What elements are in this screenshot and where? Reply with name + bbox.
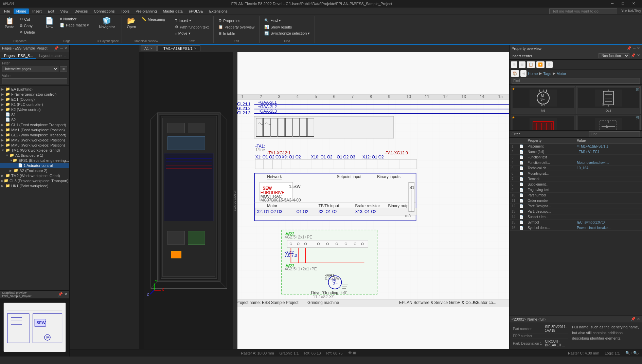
tree-item[interactable]: ▶📁F (Emergency-stop control) [0, 92, 69, 97]
path-function-button[interactable]: ⚙Path function text [173, 24, 211, 30]
drawing-tab-a1[interactable]: A1 ✕ [141, 45, 157, 51]
property-row[interactable]: 12 📄 Part: Designa... [510, 204, 642, 209]
view-icons[interactable]: 👁 ⊞ [348, 351, 356, 355]
properties-button[interactable]: ⚙Properties [216, 18, 256, 23]
menu-masterdata[interactable]: Master data [160, 8, 185, 14]
navigator-3d-button[interactable]: 🧊 Navigator [97, 16, 117, 30]
view-grid-button[interactable]: ⊞ [511, 61, 517, 68]
cut-button[interactable]: ✂Cut [18, 16, 37, 22]
tree-item[interactable]: ▶📁A2 (Enclosure 2) [0, 168, 69, 173]
maximize-button[interactable]: □ [618, 1, 628, 6]
drawing-canvas[interactable]: Insert center [139, 52, 509, 349]
property-filter-input[interactable] [589, 131, 640, 137]
menu-home[interactable]: Home [14, 8, 29, 14]
nav-back-button[interactable]: 🏠 [511, 70, 519, 77]
find-button[interactable]: 🔍Find ▾ [262, 18, 312, 23]
value-input[interactable] [2, 78, 67, 84]
property-row[interactable]: 15 📄 Symbol IEC_symbol1:97;0 [510, 220, 642, 225]
tab-layout[interactable]: Layout space ... [37, 53, 69, 59]
non-function-select[interactable]: Non-function- [599, 53, 629, 58]
open-button[interactable]: 📂 Open [125, 16, 138, 30]
show-results-button[interactable]: 📊Show results [262, 24, 312, 30]
new-page-button[interactable]: 📄 New [43, 16, 56, 30]
graphical-preview-canvas[interactable]: SEW M [0, 298, 69, 357]
bottom-pin[interactable]: 📌 [631, 317, 636, 321]
insert-item-m6[interactable]: ★ M 3~ 1A M6 [511, 86, 575, 114]
menu-epulse[interactable]: ePULSE [186, 8, 206, 14]
gp-pin[interactable]: 📌 [58, 292, 63, 296]
nav-motor-label[interactable]: Motor [557, 72, 566, 76]
minimize-button[interactable]: ─ [607, 1, 618, 6]
prop-close[interactable]: ✕ [637, 46, 640, 51]
bottom-close[interactable]: ✕ [637, 317, 640, 321]
tree-item[interactable]: ▶📁MM1 (Feed workpiece: Position) [0, 127, 69, 132]
menu-insert[interactable]: Insert [30, 8, 44, 14]
pages-panel-close[interactable]: ✕ [64, 46, 67, 51]
tree-item[interactable]: ▶📁TM2 (Work workpiece: Grind) [0, 173, 69, 178]
tree-item[interactable]: ▶📁EA (Lighting) [0, 87, 69, 92]
tree-item[interactable]: ▼📁EFS1 (Electrical engineering...) [0, 158, 69, 163]
tree-item[interactable]: ▶📁GL2 (Work workpiece: Transport) [0, 132, 69, 137]
tab-a1-close[interactable]: ✕ [150, 47, 153, 50]
move-button[interactable]: ↕Move ▾ [173, 31, 211, 36]
measuring-button[interactable]: 📏Measuring [140, 16, 167, 22]
tab-devices[interactable]: Devices - ESS_... [69, 53, 69, 59]
tree-item[interactable]: ▼📁TM1 (Work workpiece: Grind) [0, 148, 69, 153]
property-overview-button[interactable]: 📋Property overview [216, 24, 256, 30]
zoom-controls[interactable]: 🔍+ 🔍- [625, 351, 639, 355]
tab-pages[interactable]: Pages - ESS_S... [1, 53, 36, 59]
tree-item[interactable]: ▶📁GL3 (Provide workpiece: Transport) [0, 178, 69, 183]
paste-button[interactable]: 📋 Paste [3, 16, 16, 30]
menu-devices[interactable]: Devices [72, 8, 90, 14]
tree-item[interactable]: 📄1 Actuator control [0, 163, 69, 168]
menu-view[interactable]: View [58, 8, 71, 14]
property-row[interactable]: 1 📄 Placement =TM1+A1&EFS1/1.1 [510, 144, 642, 149]
menu-edit[interactable]: Edit [45, 8, 57, 14]
pages-panel-pin[interactable]: 📌 [54, 46, 59, 51]
view-filter-button[interactable]: 🔽 [536, 61, 545, 68]
property-row[interactable]: 16 📄 Symbol desc... Power circuit breake… [510, 225, 642, 231]
property-row[interactable]: 4 📄 Function defi... Motor overload swit… [510, 160, 642, 166]
nav-tags-label[interactable]: Tags [543, 72, 551, 76]
number-button[interactable]: #Number [58, 16, 91, 22]
pages-panel-minimize[interactable]: ─ [60, 46, 63, 51]
view-settings-button[interactable]: ⚙ [546, 61, 553, 68]
global-search-input[interactable] [549, 8, 617, 14]
property-row[interactable]: 10 📄 Part number [510, 193, 642, 198]
property-row[interactable]: 13 📄 Part: descripti... [510, 209, 642, 214]
property-row[interactable]: 8 📄 Supplement... [510, 182, 642, 187]
insert-center-side-panel[interactable]: Insert center [233, 52, 237, 349]
copy-button[interactable]: ⧉Copy [18, 23, 37, 28]
in-table-button[interactable]: ⊞In table [216, 31, 256, 36]
insert-pin[interactable]: 📌 [631, 53, 636, 58]
property-row[interactable]: 6 📄 Mounting sit... [510, 171, 642, 176]
insert-item-ql3[interactable]: 🛒 ④ QL3 [576, 86, 641, 114]
tab-tm1-close[interactable]: ✕ [194, 47, 197, 50]
tree-item[interactable]: ▼📁A1 (Enclosure 1) [0, 153, 69, 158]
tree-item[interactable]: 📄S2 [0, 117, 69, 122]
prop-minimize[interactable]: ─ [633, 46, 636, 51]
property-row[interactable]: 14 📄 Subset / len... [510, 214, 642, 220]
page-macro-button[interactable]: 📑Page macro ▾ [58, 22, 91, 28]
tree-item[interactable]: 📄S1 [0, 112, 69, 117]
property-row[interactable]: 7 📄 Remark [510, 176, 642, 182]
tree-item[interactable]: ▶📁K1 (PLC controller) [0, 102, 69, 107]
insert-button[interactable]: TInsert ▾ [173, 18, 211, 23]
tree-item[interactable]: ▶📁EC1 (Cooling) [0, 97, 69, 102]
insert-item-cabdl[interactable]: ★ CABDL [511, 115, 575, 130]
menu-extensions[interactable]: Extensions [207, 8, 230, 14]
property-row[interactable]: 5 📄 Technical ch... 10_16A [510, 166, 642, 171]
delete-button[interactable]: ✕Delete [18, 29, 37, 35]
property-row[interactable]: 2 📄 Name (full) =TM1+A1-FC1 [510, 149, 642, 155]
3d-view[interactable]: X Y Z [144, 52, 234, 349]
synchronize-button[interactable]: 🔄Synchronize selection ▾ [262, 31, 312, 36]
view-list-button[interactable]: ☰ [519, 61, 525, 68]
menu-file[interactable]: File [1, 8, 13, 14]
schematic-view[interactable]: 1 2 3 4 5 6 7 8 9 10 11 12 13 14 15 -G [234, 52, 509, 349]
prop-pin[interactable]: 📌 [627, 46, 631, 51]
view-detail-button[interactable]: 📋 [527, 61, 535, 68]
property-row[interactable]: 3 📄 Function text [510, 155, 642, 160]
insert-find-input[interactable] [512, 78, 640, 84]
tree-item[interactable]: ▶📁K2 (Valve control) [0, 107, 69, 112]
nav-home-label[interactable]: Home [528, 72, 538, 76]
